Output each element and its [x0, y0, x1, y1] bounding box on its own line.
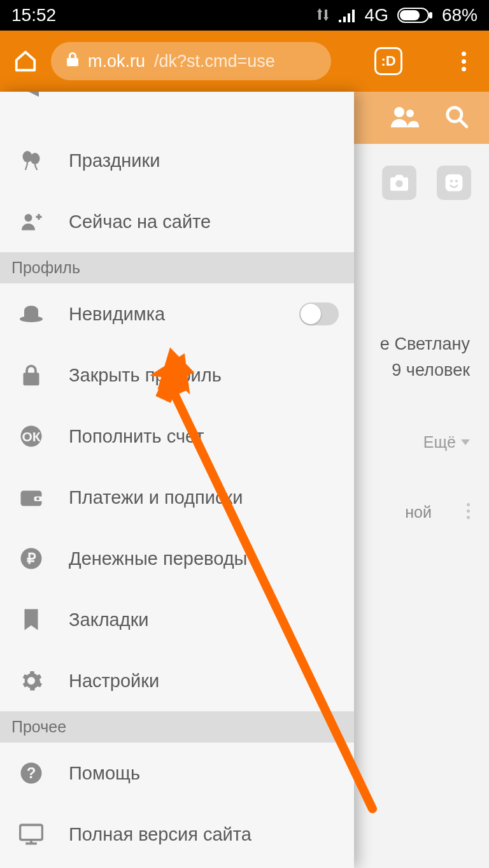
sidebar-item-label: Пополнить счёт — [69, 426, 339, 447]
svg-rect-1 — [400, 10, 420, 20]
smile-icon[interactable] — [437, 166, 471, 200]
svg-text:₽: ₽ — [27, 551, 36, 567]
sidebar-item-label: Рекламный кабинет — [69, 92, 339, 96]
sidebar-item-label: Денежные переводы — [69, 548, 339, 569]
url-path: /dk?st.cmd=use — [154, 52, 275, 71]
svg-rect-8 — [446, 174, 463, 192]
behind-line1: е Светлану — [380, 331, 470, 357]
lock-icon — [15, 364, 47, 387]
svg-point-19 — [36, 497, 39, 501]
person-add-icon — [15, 210, 47, 233]
sidebar-item-label: Помощь — [69, 763, 339, 784]
sidebar-item-ads[interactable]: Рекламный кабинет — [0, 92, 354, 130]
bookmark-icon — [15, 608, 47, 631]
status-bar: 15:52 4G 68% — [0, 0, 489, 31]
behind-line3: ной — [405, 503, 432, 522]
sidebar-item-exit[interactable]: Выход — [0, 865, 354, 868]
svg-point-9 — [450, 180, 453, 182]
svg-line-6 — [460, 120, 467, 127]
battery-icon — [397, 8, 433, 23]
sidebar-item-label: Настройки — [69, 671, 339, 692]
gear-icon — [15, 669, 47, 692]
url-box[interactable]: m.ok.ru/dk?st.cmd=use — [51, 42, 331, 80]
battery-label: 68% — [442, 5, 478, 25]
more-link[interactable]: Ещё — [423, 433, 470, 452]
sidebar-item-transfers[interactable]: ₽ Денежные переводы — [0, 528, 354, 589]
svg-text:?: ? — [27, 764, 36, 781]
sidebar-item-bookmarks[interactable]: Закладки — [0, 589, 354, 650]
lock-icon — [66, 52, 79, 71]
sidebar-item-label: Сейчас на сайте — [69, 211, 339, 232]
sidebar-item-settings[interactable]: Настройки — [0, 650, 354, 711]
item-menu-icon[interactable] — [467, 503, 470, 519]
updown-icon — [316, 5, 329, 25]
sidebar-item-invisible[interactable]: Невидимка — [0, 283, 354, 345]
sidebar-item-holidays[interactable]: Праздники — [0, 130, 354, 191]
search-icon[interactable] — [444, 104, 469, 131]
sidebar-item-label: Платежи и подписки — [69, 487, 339, 508]
invisible-toggle[interactable] — [299, 302, 339, 325]
svg-rect-2 — [429, 12, 432, 18]
signal-icon — [338, 8, 356, 22]
svg-text:ОК: ОК — [22, 429, 40, 444]
monitor-icon — [15, 823, 47, 845]
svg-point-12 — [31, 153, 40, 164]
chevron-down-icon — [461, 439, 470, 445]
url-host: m.ok.ru — [88, 52, 145, 71]
friends-icon[interactable] — [390, 106, 419, 130]
svg-point-13 — [25, 214, 32, 222]
svg-point-3 — [394, 107, 404, 117]
section-profile: Профиль — [0, 252, 354, 283]
network-label: 4G — [365, 5, 388, 25]
balloons-icon — [15, 149, 47, 172]
megaphone-icon — [15, 92, 47, 101]
svg-point-4 — [406, 110, 414, 117]
sidebar-item-close-profile[interactable]: Закрыть профиль — [0, 345, 354, 406]
status-right: 4G 68% — [316, 5, 478, 25]
svg-point-7 — [395, 180, 402, 187]
sidebar-item-label: Полная версия сайта — [69, 824, 339, 845]
browser-bar: m.ok.ru/dk?st.cmd=use :D — [0, 31, 489, 92]
sidebar-item-label: Невидимка — [69, 304, 278, 325]
topup-icon: ОК — [15, 425, 47, 448]
behind-line2: 9 человек — [380, 357, 470, 383]
tabs-button[interactable]: :D — [374, 47, 402, 75]
hat-icon — [15, 304, 47, 324]
menu-button[interactable] — [450, 47, 478, 75]
svg-rect-24 — [20, 825, 42, 839]
ruble-icon: ₽ — [15, 547, 47, 570]
sidebar-item-label: Праздники — [69, 150, 339, 171]
sidebar-item-payments[interactable]: Платежи и подписки — [0, 467, 354, 528]
wallet-icon — [15, 487, 47, 508]
sidebar-item-desktop[interactable]: Полная версия сайта — [0, 804, 354, 865]
sidebar-item-label: Закладки — [69, 609, 339, 630]
sidebar-item-label: Закрыть профиль — [69, 365, 339, 386]
status-time: 15:52 — [11, 5, 56, 25]
sidebar-item-help[interactable]: ? Помощь — [0, 743, 354, 804]
sidebar-item-topup[interactable]: ОК Пополнить счёт — [0, 406, 354, 467]
side-drawer: Рекламный кабинет Праздники Сейчас на са… — [0, 92, 354, 868]
section-other: Прочее — [0, 711, 354, 743]
sidebar-item-online[interactable]: Сейчас на сайте — [0, 191, 354, 252]
behind-text: е Светлану 9 человек — [380, 331, 470, 383]
help-icon: ? — [15, 762, 47, 785]
camera-icon[interactable] — [382, 166, 416, 200]
home-icon[interactable] — [11, 47, 39, 75]
header-action-row — [382, 166, 471, 200]
svg-point-10 — [455, 180, 458, 182]
